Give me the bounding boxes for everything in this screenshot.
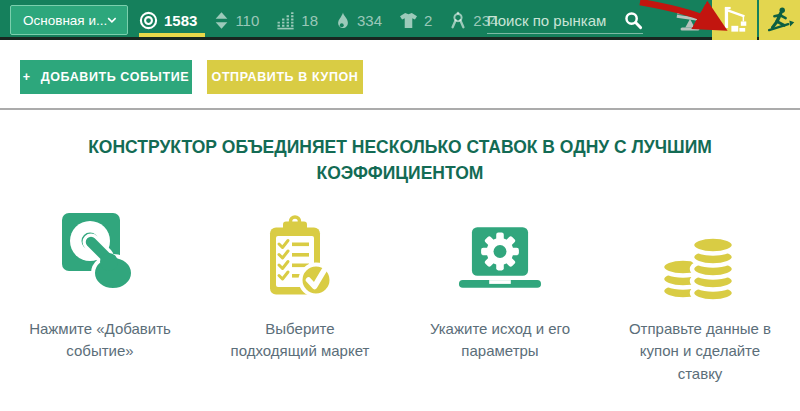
bet-constructor-page: Основная и... 1583 110 [0,0,800,411]
chevron-down-icon [107,16,117,24]
send-to-coupon-label: ОТПРАВИТЬ В КУПОН [212,70,359,84]
stat-filter-teams[interactable]: 2 [399,12,432,29]
stat-value: 334 [357,12,382,29]
step-set-outcome: Укажите исход и его параметры [400,205,600,386]
add-event-label: ДОБАВИТЬ СОБЫТИЕ [41,70,190,84]
category-dropdown[interactable]: Основная и... [10,5,128,35]
search-icon[interactable] [624,11,643,30]
step-caption: Нажмите «Добавить событие» [25,318,175,363]
live-tab-button[interactable] [759,0,800,40]
stat-filter-handicaps[interactable]: 18 [276,10,318,30]
top-navigation-bar: Основная и... 1583 110 [0,0,800,40]
stat-filter-totals[interactable]: 110 [214,11,259,30]
step-send-coupon: Отправьте данные в купон и сделайте став… [600,205,800,386]
step-caption: Выберите подходящий маркет [225,318,375,363]
stat-value: 18 [301,12,318,29]
stat-value: 1583 [164,12,197,29]
checklist-icon [250,209,350,309]
stat-filter-hot[interactable]: 334 [335,11,382,30]
tshirt-icon [399,12,418,29]
step-caption: Отправьте данные в купон и сделайте став… [625,318,775,386]
constructor-intro: КОНСТРУКТОР ОБЪЕДИНЯЕТ НЕСКОЛЬКО СТАВОК … [0,110,800,411]
how-it-works-steps: Нажмите «Добавить событие» [0,205,800,386]
flame-icon [335,11,351,30]
step-add-event: Нажмите «Добавить событие» [0,205,200,386]
add-event-button[interactable]: + ДОБАВИТЬ СОБЫТИЕ [20,60,192,94]
balance-toggle-button[interactable] [670,0,710,40]
plus-icon: + [23,70,31,84]
constructor-tab-button[interactable] [712,0,757,40]
balance-icon [674,7,706,33]
crane-constructor-icon [719,4,751,36]
stat-value: 2 [424,12,432,29]
laptop-gear-icon [446,221,554,309]
stat-filter-all[interactable]: 1583 [139,11,197,30]
equalizer-icon [276,10,295,30]
stat-value: 110 [235,12,259,29]
active-stat-underline [139,33,205,37]
trophy-icon [449,11,467,30]
send-to-coupon-button[interactable]: ОТПРАВИТЬ В КУПОН [207,60,363,94]
category-dropdown-label: Основная и... [23,13,107,28]
market-search [487,7,643,34]
tap-button-icon [50,209,150,309]
step-choose-market: Выберите подходящий маркет [200,205,400,386]
step-caption: Укажите исход и его параметры [425,318,575,363]
coins-icon [650,209,750,309]
target-icon [139,11,158,30]
live-runner-icon [765,4,795,36]
updown-arrows-icon [214,11,229,30]
page-title: КОНСТРУКТОР ОБЪЕДИНЯЕТ НЕСКОЛЬКО СТАВОК … [55,134,745,187]
constructor-toolbar: + ДОБАВИТЬ СОБЫТИЕ ОТПРАВИТЬ В КУПОН [0,43,800,110]
search-input[interactable] [487,12,624,29]
